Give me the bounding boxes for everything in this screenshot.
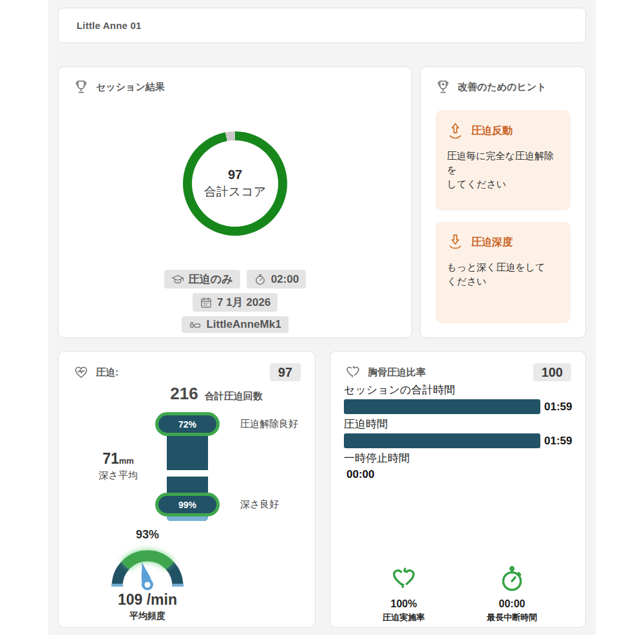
ccf-pause-time-value: 00:00 — [346, 468, 577, 481]
session-results-title: セッション結果 — [96, 81, 165, 93]
ccf-total-time-value: 01:59 — [544, 401, 572, 413]
total-score-donut: 97 合計スコア — [183, 131, 287, 236]
ccf-total-time-bar — [344, 399, 540, 414]
manikin-icon — [189, 318, 202, 331]
depth-average-unit: mm — [119, 456, 134, 466]
gauge-right-segment — [169, 565, 178, 586]
hint-depth-text: もっと深く圧迫をして ください — [447, 260, 559, 289]
gauge-left-segment — [117, 565, 126, 586]
release-pill: 72% — [155, 412, 220, 436]
hint-recoil: 圧迫反動 圧迫毎に完全な圧迫解除を してください — [435, 110, 571, 211]
flow-fraction-label: 圧迫実施率 — [383, 612, 425, 623]
rate-percent: 93% — [96, 528, 199, 542]
hint-recoil-text: 圧迫毎に完全な圧迫解除を してください — [447, 149, 559, 191]
release-pct: 72% — [178, 419, 196, 430]
ccf-card: 胸骨圧迫比率 100 セッションの合計時間 01:59 圧迫時間 01:59 一… — [330, 351, 586, 628]
recoil-up-arrow-icon — [447, 122, 464, 140]
depth-pill: 99% — [155, 493, 220, 516]
rate-label: 平均頻度 — [83, 611, 212, 622]
trophy-icon — [73, 79, 90, 95]
session-results-card: セッション結果 97 合計スコア — [58, 66, 412, 338]
longest-pause-stat: 00:00 最長中断時間 — [477, 564, 547, 623]
ccf-rows: セッションの合計時間 01:59 圧迫時間 01:59 一時停止時間 00:00 — [344, 380, 577, 481]
gauge-right-cap — [172, 584, 184, 587]
ccf-row-label: セッションの合計時間 — [344, 383, 577, 397]
compressions-card: 圧迫: 97 216 合計圧迫回数 72% 圧迫解除良好 71mm 深さ平均 — [58, 351, 316, 628]
heart-pulse-icon — [73, 364, 90, 381]
depth-down-arrow-icon — [447, 233, 464, 251]
screen: Little Anne 01 セッション結果 97 合計スコア — [0, 0, 644, 644]
depth-bar-cap — [167, 516, 208, 521]
stopwatch-icon — [254, 273, 267, 286]
gauge-green-segment — [126, 556, 170, 565]
graduation-cap-icon — [171, 273, 184, 286]
rate-gauge — [106, 545, 189, 591]
session-type-tag: 圧迫のみ — [164, 270, 240, 289]
total-score-label: 合計スコア — [204, 184, 266, 200]
ccf-compression-time-bar — [344, 433, 540, 448]
page-title: Little Anne 01 — [77, 20, 142, 31]
depth-average: 71mm 深さ平均 — [78, 450, 158, 482]
session-duration-label: 02:00 — [271, 273, 299, 286]
compressions-score-badge: 97 — [270, 363, 301, 381]
improvement-hints-card: 改善のためのヒント 圧迫反動 圧迫毎に完全な圧迫解除を してください — [420, 66, 586, 338]
hint-depth: 圧迫深度 もっと深く圧迫をして ください — [435, 222, 571, 323]
app-background: Little Anne 01 セッション結果 97 合計スコア — [48, 0, 596, 635]
ccf-row-label: 圧迫時間 — [344, 417, 577, 431]
depth-average-label: 深さ平均 — [78, 469, 158, 482]
session-date-label: 7 1月 2026 — [217, 295, 270, 310]
depth-target-marker — [167, 470, 208, 477]
rate-value: 109 /min — [83, 591, 212, 609]
manikin-title-bar[interactable]: Little Anne 01 — [58, 8, 586, 43]
ccf-title: 胸骨圧迫比率 — [368, 366, 426, 379]
session-duration-tag: 02:00 — [247, 270, 306, 289]
stopwatch-icon — [498, 564, 526, 594]
ccf-stats: 100% 圧迫実施率 00:00 最長中断時間 — [330, 564, 585, 623]
session-manikin-tag: LittleAnneMk1 — [182, 316, 288, 333]
ccf-row-label: 一時停止時間 — [344, 451, 577, 466]
longest-pause-label: 最長中断時間 — [487, 612, 537, 623]
total-compressions-label: 合計圧迫回数 — [205, 390, 263, 402]
total-score-value: 97 — [228, 167, 242, 182]
hint-recoil-title: 圧迫反動 — [471, 124, 513, 138]
heart-cycle-icon — [390, 564, 418, 594]
depth-pct: 99% — [178, 500, 196, 510]
longest-pause-value: 00:00 — [499, 598, 526, 610]
improvement-hints-title: 改善のためのヒント — [458, 81, 546, 93]
depth-average-value: 71 — [102, 450, 119, 467]
depth-good-label: 深さ良好 — [240, 498, 279, 511]
heart-cycle-icon — [345, 364, 361, 381]
session-manikin-label: LittleAnneMk1 — [206, 318, 281, 331]
session-date-tag: 7 1月 2026 — [193, 293, 278, 312]
compressions-title: 圧迫: — [96, 366, 118, 379]
ccf-compression-time-value: 01:59 — [544, 435, 572, 448]
gauge-needle — [137, 561, 155, 591]
session-type-label: 圧迫のみ — [189, 272, 233, 287]
total-compressions-value: 216 — [170, 384, 198, 404]
hint-depth-title: 圧迫深度 — [471, 236, 513, 249]
flow-fraction-value: 100% — [391, 598, 417, 610]
gauge-left-cap — [111, 584, 123, 587]
flow-fraction-stat: 100% 圧迫実施率 — [368, 564, 439, 623]
session-tags: 圧迫のみ 02:00 — [59, 270, 412, 333]
trophy-star-icon — [435, 79, 451, 95]
ccf-score-badge: 100 — [533, 363, 571, 381]
calendar-icon — [200, 296, 213, 309]
release-label: 圧迫解除良好 — [240, 418, 298, 430]
